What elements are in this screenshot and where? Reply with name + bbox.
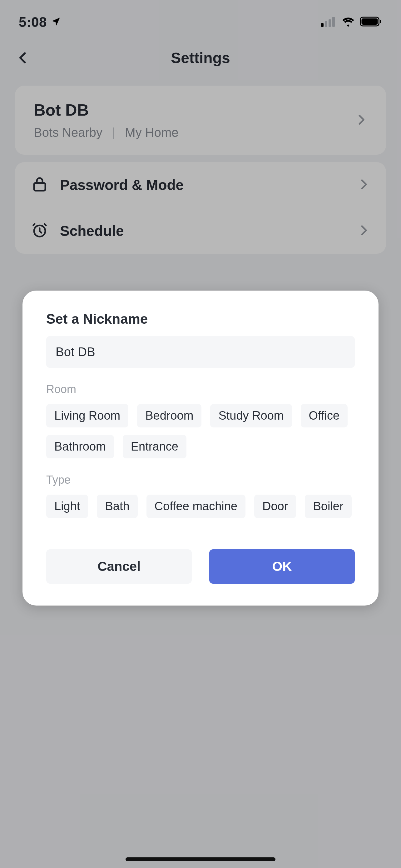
room-chip-bedroom[interactable]: Bedroom (137, 404, 201, 428)
type-chip-coffee-machine[interactable]: Coffee machine (146, 495, 245, 518)
type-chips: Light Bath Coffee machine Door Boiler (46, 495, 355, 518)
nickname-modal: Set a Nickname Room Living Room Bedroom … (23, 290, 378, 606)
room-chip-study-room[interactable]: Study Room (210, 404, 292, 428)
room-label: Room (46, 383, 355, 396)
type-chip-boiler[interactable]: Boiler (305, 495, 352, 518)
room-chip-entrance[interactable]: Entrance (123, 435, 187, 458)
type-chip-door[interactable]: Door (254, 495, 296, 518)
room-chip-office[interactable]: Office (301, 404, 348, 428)
room-chip-bathroom[interactable]: Bathroom (46, 435, 114, 458)
ok-button[interactable]: OK (209, 549, 355, 584)
cancel-button[interactable]: Cancel (46, 549, 192, 584)
type-chip-light[interactable]: Light (46, 495, 88, 518)
nickname-input[interactable] (46, 336, 355, 368)
type-label: Type (46, 473, 355, 487)
home-indicator[interactable] (126, 857, 275, 861)
room-chips: Living Room Bedroom Study Room Office Ba… (46, 404, 355, 458)
room-chip-living-room[interactable]: Living Room (46, 404, 128, 428)
type-chip-bath[interactable]: Bath (97, 495, 137, 518)
modal-title: Set a Nickname (46, 311, 355, 327)
